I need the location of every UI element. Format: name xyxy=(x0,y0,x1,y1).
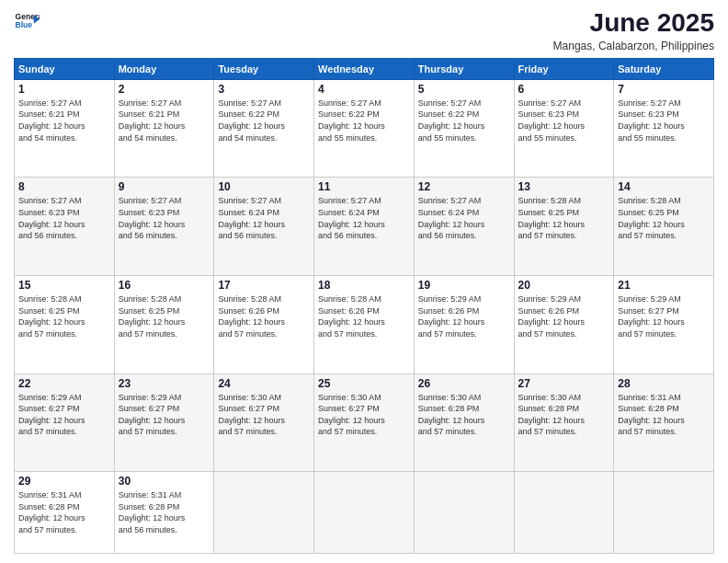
day-cell-3: 3 Sunrise: 5:27 AMSunset: 6:22 PMDayligh… xyxy=(214,79,314,178)
day-number-22: 22 xyxy=(18,377,110,390)
day-cell-2: 2 Sunrise: 5:27 AMSunset: 6:21 PMDayligh… xyxy=(114,79,214,178)
day-number-7: 7 xyxy=(618,83,710,96)
day-number-19: 19 xyxy=(418,279,510,292)
day-cell-13: 13 Sunrise: 5:28 AMSunset: 6:25 PMDaylig… xyxy=(514,178,614,276)
day-cell-14: 14 Sunrise: 5:28 AMSunset: 6:25 PMDaylig… xyxy=(614,178,714,276)
day-cell-5: 5 Sunrise: 5:27 AMSunset: 6:22 PMDayligh… xyxy=(414,79,514,178)
day-number-28: 28 xyxy=(618,377,710,390)
day-info-2: Sunrise: 5:27 AMSunset: 6:21 PMDaylight:… xyxy=(119,98,186,143)
header-thursday: Thursday xyxy=(414,58,514,79)
week-row-4: 22 Sunrise: 5:29 AMSunset: 6:27 PMDaylig… xyxy=(15,373,714,472)
day-cell-28: 28 Sunrise: 5:31 AMSunset: 6:28 PMDaylig… xyxy=(614,373,714,472)
day-cell-23: 23 Sunrise: 5:29 AMSunset: 6:27 PMDaylig… xyxy=(114,373,214,472)
day-info-13: Sunrise: 5:28 AMSunset: 6:25 PMDaylight:… xyxy=(518,196,586,240)
day-info-25: Sunrise: 5:30 AMSunset: 6:27 PMDaylight:… xyxy=(318,393,385,437)
header: General Blue June 2025 Mangas, Calabarzo… xyxy=(14,9,714,52)
day-cell-19: 19 Sunrise: 5:29 AMSunset: 6:26 PMDaylig… xyxy=(414,275,514,373)
day-cell-1: 1 Sunrise: 5:27 AMSunset: 6:21 PMDayligh… xyxy=(15,79,115,178)
day-cell-30: 30 Sunrise: 5:31 AMSunset: 6:28 PMDaylig… xyxy=(114,472,214,554)
day-info-18: Sunrise: 5:28 AMSunset: 6:26 PMDaylight:… xyxy=(318,294,385,339)
day-number-27: 27 xyxy=(518,377,610,390)
day-info-16: Sunrise: 5:28 AMSunset: 6:25 PMDaylight:… xyxy=(119,294,186,339)
day-cell-25: 25 Sunrise: 5:30 AMSunset: 6:27 PMDaylig… xyxy=(314,373,415,472)
day-cell-6: 6 Sunrise: 5:27 AMSunset: 6:23 PMDayligh… xyxy=(514,79,614,178)
day-number-6: 6 xyxy=(518,83,610,96)
day-cell-24: 24 Sunrise: 5:30 AMSunset: 6:27 PMDaylig… xyxy=(214,373,314,472)
day-number-15: 15 xyxy=(18,279,110,292)
day-info-28: Sunrise: 5:31 AMSunset: 6:28 PMDaylight:… xyxy=(618,393,685,437)
day-number-2: 2 xyxy=(119,83,210,96)
day-info-24: Sunrise: 5:30 AMSunset: 6:27 PMDaylight:… xyxy=(218,393,285,437)
day-cell-18: 18 Sunrise: 5:28 AMSunset: 6:26 PMDaylig… xyxy=(314,275,415,373)
title-block: June 2025 Mangas, Calabarzon, Philippine… xyxy=(553,9,714,52)
empty-cell-2 xyxy=(314,472,415,554)
header-saturday: Saturday xyxy=(614,58,714,79)
day-number-17: 17 xyxy=(218,279,310,292)
day-info-21: Sunrise: 5:29 AMSunset: 6:27 PMDaylight:… xyxy=(618,294,685,339)
day-info-14: Sunrise: 5:28 AMSunset: 6:25 PMDaylight:… xyxy=(618,196,685,240)
day-info-23: Sunrise: 5:29 AMSunset: 6:27 PMDaylight:… xyxy=(119,393,186,437)
day-info-27: Sunrise: 5:30 AMSunset: 6:28 PMDaylight:… xyxy=(518,393,586,437)
day-cell-20: 20 Sunrise: 5:29 AMSunset: 6:26 PMDaylig… xyxy=(514,275,614,373)
day-number-23: 23 xyxy=(119,377,210,390)
day-info-26: Sunrise: 5:30 AMSunset: 6:28 PMDaylight:… xyxy=(418,393,485,437)
day-info-30: Sunrise: 5:31 AMSunset: 6:28 PMDaylight:… xyxy=(119,490,186,534)
header-tuesday: Tuesday xyxy=(214,58,314,79)
day-info-7: Sunrise: 5:27 AMSunset: 6:23 PMDaylight:… xyxy=(618,98,685,143)
day-number-12: 12 xyxy=(418,180,510,193)
day-number-29: 29 xyxy=(18,475,110,488)
calendar-table: Sunday Monday Tuesday Wednesday Thursday… xyxy=(14,58,714,554)
day-number-5: 5 xyxy=(418,83,510,96)
day-cell-15: 15 Sunrise: 5:28 AMSunset: 6:25 PMDaylig… xyxy=(15,275,115,373)
day-info-1: Sunrise: 5:27 AMSunset: 6:21 PMDaylight:… xyxy=(18,98,85,143)
day-number-10: 10 xyxy=(218,180,310,193)
day-info-10: Sunrise: 5:27 AMSunset: 6:24 PMDaylight:… xyxy=(218,196,285,240)
calendar-header-row: Sunday Monday Tuesday Wednesday Thursday… xyxy=(15,58,714,79)
day-cell-21: 21 Sunrise: 5:29 AMSunset: 6:27 PMDaylig… xyxy=(614,275,714,373)
day-cell-9: 9 Sunrise: 5:27 AMSunset: 6:23 PMDayligh… xyxy=(114,178,214,276)
day-number-3: 3 xyxy=(218,83,310,96)
day-info-11: Sunrise: 5:27 AMSunset: 6:24 PMDaylight:… xyxy=(318,196,385,240)
week-row-1: 1 Sunrise: 5:27 AMSunset: 6:21 PMDayligh… xyxy=(15,79,714,178)
day-info-29: Sunrise: 5:31 AMSunset: 6:28 PMDaylight:… xyxy=(18,490,85,534)
day-info-3: Sunrise: 5:27 AMSunset: 6:22 PMDaylight:… xyxy=(218,98,285,143)
month-title: June 2025 xyxy=(553,9,714,38)
day-number-9: 9 xyxy=(119,180,210,193)
week-row-3: 15 Sunrise: 5:28 AMSunset: 6:25 PMDaylig… xyxy=(15,275,714,373)
header-sunday: Sunday xyxy=(15,58,115,79)
day-number-1: 1 xyxy=(18,83,110,96)
day-cell-10: 10 Sunrise: 5:27 AMSunset: 6:24 PMDaylig… xyxy=(214,178,314,276)
day-number-20: 20 xyxy=(518,279,610,292)
day-cell-12: 12 Sunrise: 5:27 AMSunset: 6:24 PMDaylig… xyxy=(414,178,514,276)
day-info-8: Sunrise: 5:27 AMSunset: 6:23 PMDaylight:… xyxy=(18,196,85,240)
week-row-2: 8 Sunrise: 5:27 AMSunset: 6:23 PMDayligh… xyxy=(15,178,714,276)
empty-cell-4 xyxy=(514,472,614,554)
day-cell-4: 4 Sunrise: 5:27 AMSunset: 6:22 PMDayligh… xyxy=(314,79,415,178)
empty-cell-5 xyxy=(614,472,714,554)
day-cell-22: 22 Sunrise: 5:29 AMSunset: 6:27 PMDaylig… xyxy=(15,373,115,472)
header-friday: Friday xyxy=(514,58,614,79)
day-info-22: Sunrise: 5:29 AMSunset: 6:27 PMDaylight:… xyxy=(18,393,85,437)
empty-cell-1 xyxy=(214,472,314,554)
day-info-9: Sunrise: 5:27 AMSunset: 6:23 PMDaylight:… xyxy=(119,196,186,240)
day-info-20: Sunrise: 5:29 AMSunset: 6:26 PMDaylight:… xyxy=(518,294,586,339)
day-info-17: Sunrise: 5:28 AMSunset: 6:26 PMDaylight:… xyxy=(218,294,285,339)
day-number-21: 21 xyxy=(618,279,710,292)
day-cell-26: 26 Sunrise: 5:30 AMSunset: 6:28 PMDaylig… xyxy=(414,373,514,472)
page: General Blue June 2025 Mangas, Calabarzo… xyxy=(0,0,728,563)
logo: General Blue xyxy=(14,9,40,35)
day-number-4: 4 xyxy=(318,83,410,96)
day-number-26: 26 xyxy=(418,377,510,390)
header-wednesday: Wednesday xyxy=(314,58,415,79)
location: Mangas, Calabarzon, Philippines xyxy=(553,40,714,52)
day-cell-7: 7 Sunrise: 5:27 AMSunset: 6:23 PMDayligh… xyxy=(614,79,714,178)
header-monday: Monday xyxy=(114,58,214,79)
empty-cell-3 xyxy=(414,472,514,554)
day-number-24: 24 xyxy=(218,377,310,390)
day-info-4: Sunrise: 5:27 AMSunset: 6:22 PMDaylight:… xyxy=(318,98,385,143)
day-cell-11: 11 Sunrise: 5:27 AMSunset: 6:24 PMDaylig… xyxy=(314,178,415,276)
week-row-5: 29 Sunrise: 5:31 AMSunset: 6:28 PMDaylig… xyxy=(15,472,714,554)
day-cell-16: 16 Sunrise: 5:28 AMSunset: 6:25 PMDaylig… xyxy=(114,275,214,373)
day-info-5: Sunrise: 5:27 AMSunset: 6:22 PMDaylight:… xyxy=(418,98,485,143)
day-number-8: 8 xyxy=(18,180,110,193)
